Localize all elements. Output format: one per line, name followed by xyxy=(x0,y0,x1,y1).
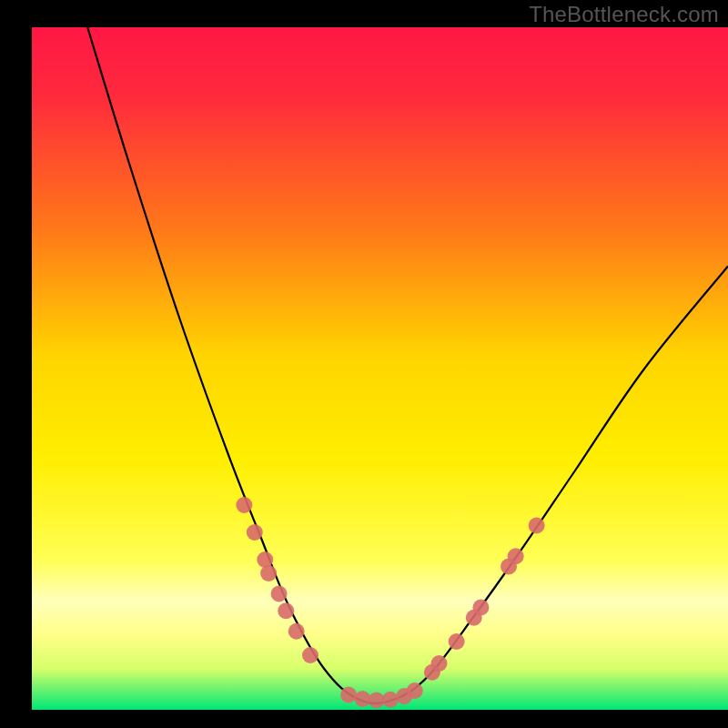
marker-dot xyxy=(257,551,273,568)
marker-dot xyxy=(260,565,277,581)
marker-dot xyxy=(407,682,423,699)
marker-dot xyxy=(529,518,545,534)
marker-dot xyxy=(340,687,357,703)
marker-dot xyxy=(431,655,448,672)
marker-dot xyxy=(354,691,370,707)
marker-dot xyxy=(508,548,524,564)
marker-dot xyxy=(236,497,252,513)
marker-dot xyxy=(247,524,263,541)
chart-canvas xyxy=(0,0,728,728)
watermark-text: TheBottleneck.com xyxy=(529,2,719,27)
chart-frame: TheBottleneck.com xyxy=(0,0,728,728)
marker-dot xyxy=(271,586,288,602)
marker-dot xyxy=(369,693,385,709)
marker-dot xyxy=(382,692,399,708)
marker-dot xyxy=(449,633,465,650)
marker-dot xyxy=(472,600,489,616)
marker-dot xyxy=(278,602,294,619)
marker-dot xyxy=(288,623,305,640)
plot-background xyxy=(32,27,728,710)
marker-dot xyxy=(302,647,318,663)
